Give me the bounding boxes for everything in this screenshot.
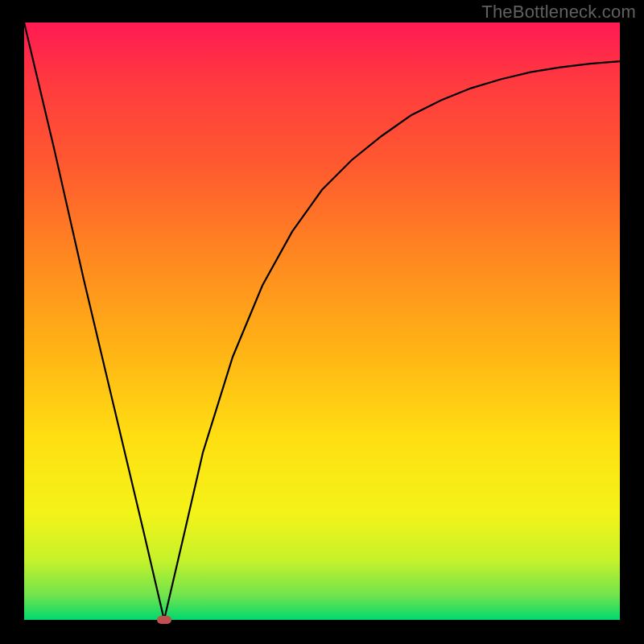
optimal-point-marker: [157, 616, 171, 624]
bottleneck-curve: [24, 23, 620, 620]
attribution-text: TheBottleneck.com: [481, 2, 636, 23]
chart-frame: TheBottleneck.com: [0, 0, 644, 644]
plot-area: [24, 23, 620, 620]
